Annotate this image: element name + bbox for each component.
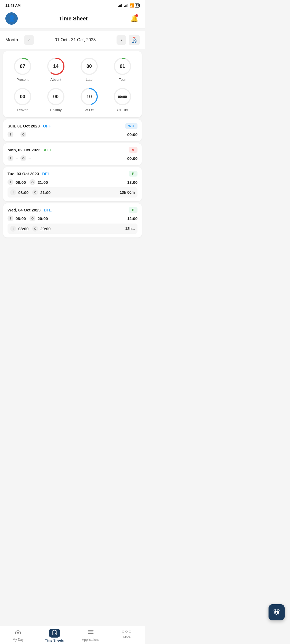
stat-holiday: 00 Holiday (39, 87, 73, 112)
in-icon: I (8, 179, 13, 185)
notification-button[interactable]: 🔔 (129, 13, 140, 24)
stat-woff: 10 W-Off (73, 87, 106, 112)
out-icon-sum: O (32, 226, 38, 232)
stat-late: 00 Late (73, 57, 106, 82)
avatar[interactable]: 👤 (5, 12, 18, 25)
page-title: Time Sheet (59, 16, 88, 22)
signal-bars-1 (118, 4, 122, 7)
app-header: 👤 Time Sheet 🔔 (0, 10, 145, 29)
date-range: 01 Oct - 31 Oct, 2023 (37, 38, 114, 42)
badge-p2: P (129, 207, 137, 213)
stat-othrs: 00:00 OT Hrs (106, 87, 139, 112)
absent-circle: 14 (46, 57, 66, 76)
time-row-04oct: I 08:00 O 20:00 12:00 (8, 215, 137, 221)
day-title-row: Sun, 01 Oct 2023 OFF (8, 124, 51, 128)
in-icon: I (8, 131, 13, 137)
holiday-circle: 00 (46, 87, 66, 106)
month-filter: Month ‹ 01 Oct - 31 Oct, 2023 › 📅 19 (0, 31, 145, 49)
battery-icon: 73 (135, 3, 140, 8)
out-icon: O (20, 131, 26, 137)
day-header-02oct: Mon, 02 Oct 2023 AFT A (8, 147, 137, 153)
late-circle: 00 (79, 57, 99, 76)
time-row-02oct: I -- O -- 00:00 (8, 155, 137, 161)
bar2 (119, 5, 120, 7)
out-icon-sum: O (32, 189, 38, 195)
out-icon: O (30, 215, 35, 221)
day-title-row: Tue, 03 Oct 2023 DFL (8, 171, 50, 176)
in-icon: I (8, 215, 13, 221)
avatar-icon: 👤 (8, 15, 15, 22)
summary-04oct: I 08:00 O 20:00 12h... (8, 224, 137, 234)
present-circle: 07 (13, 57, 32, 76)
day-card-04oct[interactable]: Wed, 04 Oct 2023 DFL P I 08:00 O 20:00 1… (3, 203, 142, 237)
bar4 (121, 4, 122, 7)
badge-wo: WO (125, 123, 137, 129)
bar6 (125, 5, 126, 7)
month-label: Month (5, 37, 21, 43)
stat-present: 07 Present (6, 57, 39, 82)
out-icon: O (20, 155, 26, 161)
leaves-circle: 00 (13, 87, 32, 106)
day-title-row: Mon, 02 Oct 2023 AFT (8, 148, 52, 152)
day-header-01oct: Sun, 01 Oct 2023 OFF WO (8, 123, 137, 129)
time-row-03oct: I 08:00 O 21:00 13:00 (8, 179, 137, 185)
status-bar: 11:48 AM 📶 73 (0, 0, 145, 10)
day-title-row: Wed, 04 Oct 2023 DFL (8, 208, 52, 212)
notification-dot (135, 14, 138, 17)
status-time: 11:48 AM (5, 3, 21, 8)
stat-leaves: 00 Leaves (6, 87, 39, 112)
badge-p: P (129, 171, 137, 177)
out-icon: O (30, 179, 35, 185)
calendar-button[interactable]: 📅 19 (129, 35, 140, 45)
day-card-01oct[interactable]: Sun, 01 Oct 2023 OFF WO I -- O -- 00:00 (3, 119, 142, 141)
badge-a: A (129, 147, 137, 153)
stat-tour: 01 Tour (106, 57, 139, 82)
bar5 (124, 6, 125, 7)
in-icon-sum: I (10, 189, 16, 195)
time-row-01oct: I -- O -- 00:00 (8, 131, 137, 137)
bar7 (126, 5, 127, 7)
stats-card: 07 Present 14 Absent (3, 51, 142, 117)
in-icon-sum: I (10, 226, 16, 232)
bar3 (120, 5, 121, 7)
bar1 (118, 6, 119, 7)
day-card-02oct[interactable]: Mon, 02 Oct 2023 AFT A I -- O -- 00:00 (3, 143, 142, 165)
day-header-04oct: Wed, 04 Oct 2023 DFL P (8, 207, 137, 213)
bar8 (128, 4, 128, 7)
wifi-icon: 📶 (129, 3, 134, 8)
tour-circle: 01 (113, 57, 132, 76)
next-month-button[interactable]: › (117, 35, 126, 45)
stats-row-1: 07 Present 14 Absent (6, 57, 139, 82)
stats-row-2: 00 Leaves 00 Holiday (6, 87, 139, 112)
day-card-03oct[interactable]: Tue, 03 Oct 2023 DFL P I 08:00 O 21:00 1… (3, 167, 142, 201)
summary-03oct: I 08:00 O 21:00 13h 00m (8, 187, 137, 197)
status-icons: 📶 73 (118, 3, 140, 8)
in-icon: I (8, 155, 13, 161)
woff-circle: 10 (79, 87, 99, 106)
day-header-03oct: Tue, 03 Oct 2023 DFL P (8, 171, 137, 177)
prev-month-button[interactable]: ‹ (24, 35, 34, 45)
stat-absent: 14 Absent (39, 57, 73, 82)
othrs-circle: 00:00 (113, 87, 132, 106)
signal-bars-2 (124, 4, 128, 7)
